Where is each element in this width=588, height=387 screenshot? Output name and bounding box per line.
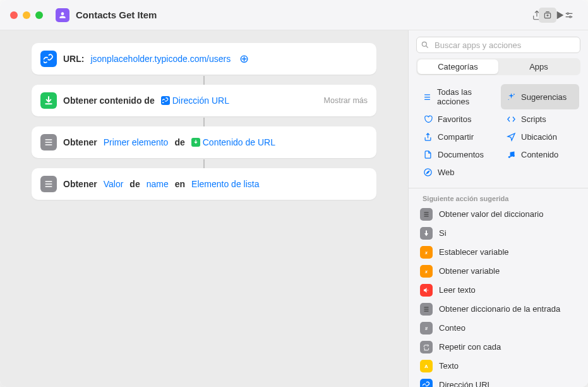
value-token[interactable]: Valor bbox=[104, 179, 124, 189]
suggestion-item[interactable]: Obtener diccionario de la entrada bbox=[415, 300, 582, 319]
suggestion-item[interactable]: #Conteo bbox=[415, 319, 582, 338]
suggestion-item[interactable]: xEstablecer variable bbox=[415, 243, 582, 262]
svg-point-3 bbox=[422, 42, 426, 46]
show-more-button[interactable]: Mostrar más bbox=[324, 96, 368, 105]
svg-point-6 bbox=[508, 156, 510, 157]
list-icon bbox=[423, 92, 432, 102]
link-icon bbox=[161, 96, 170, 105]
svg-point-5 bbox=[508, 99, 508, 99]
list-icon bbox=[420, 303, 433, 316]
shortcut-icon bbox=[56, 8, 69, 22]
music-icon bbox=[506, 149, 516, 159]
var-icon: x bbox=[420, 246, 433, 259]
download-icon bbox=[40, 92, 57, 109]
suggestion-item[interactable]: Leer texto bbox=[415, 281, 582, 300]
action-url[interactable]: URL: jsonplaceholder.typicode.com/users … bbox=[32, 43, 376, 75]
suggestion-item[interactable]: Obtener valor del diccionario bbox=[415, 205, 582, 224]
suggestion-label: Obtener variable bbox=[439, 266, 500, 276]
titlebar: Contacts Get Item bbox=[0, 0, 588, 30]
branch-icon bbox=[420, 227, 433, 240]
search-icon bbox=[421, 40, 429, 49]
suggestion-label: Obtener valor del diccionario bbox=[439, 209, 543, 219]
list-icon bbox=[40, 176, 57, 192]
category-item[interactable]: Compartir bbox=[417, 128, 496, 145]
add-url-button[interactable]: ⊕ bbox=[237, 52, 251, 66]
selector-token[interactable]: Primer elemento bbox=[104, 137, 169, 147]
settings-toggle-button[interactable] bbox=[560, 8, 578, 23]
of-label: de bbox=[174, 137, 184, 147]
workflow-editor: URL: jsonplaceholder.typicode.com/users … bbox=[0, 30, 408, 387]
list-icon bbox=[40, 134, 57, 150]
minimize-window-button[interactable] bbox=[23, 11, 30, 19]
svg-point-1 bbox=[567, 13, 569, 15]
location-icon bbox=[506, 132, 516, 142]
download-icon bbox=[191, 138, 200, 147]
window-title: Contacts Get Item bbox=[76, 9, 157, 20]
suggestion-label: Leer texto bbox=[439, 285, 476, 295]
sparkle-icon bbox=[506, 92, 516, 102]
svg-text:A: A bbox=[424, 364, 428, 369]
category-item[interactable]: Contenido bbox=[501, 146, 579, 163]
svg-point-7 bbox=[512, 154, 514, 156]
in-label: en bbox=[175, 179, 185, 189]
repeat-icon bbox=[420, 341, 433, 353]
key-token[interactable]: name bbox=[147, 179, 169, 189]
category-label: Contenido bbox=[521, 150, 558, 159]
tab-categories[interactable]: Categorías bbox=[417, 59, 498, 74]
svg-point-4 bbox=[513, 94, 514, 95]
tab-apps[interactable]: Apps bbox=[498, 59, 579, 74]
hash-icon: # bbox=[420, 322, 433, 335]
suggestion-label: Repetir con cada bbox=[439, 342, 501, 352]
category-item[interactable]: Documentos bbox=[417, 146, 496, 163]
suggestion-item[interactable]: Repetir con cada bbox=[415, 338, 582, 357]
suggestion-label: Dirección URL bbox=[439, 380, 492, 387]
svg-text:x: x bbox=[424, 269, 428, 273]
sidebar: Categorías Apps Todas las accionesSugere… bbox=[408, 30, 588, 387]
category-label: Todas las acciones bbox=[437, 87, 491, 106]
list-icon bbox=[420, 208, 433, 221]
link-icon bbox=[420, 379, 433, 387]
heart-icon bbox=[423, 114, 433, 124]
connector bbox=[203, 76, 205, 85]
zoom-window-button[interactable] bbox=[35, 11, 43, 19]
category-item[interactable]: Scripts bbox=[501, 111, 579, 127]
category-label: Favoritos bbox=[438, 114, 471, 124]
suggestion-item[interactable]: Dirección URL bbox=[415, 376, 582, 387]
action-get-dictionary-value[interactable]: Obtener Valor de name en Elemento de lis… bbox=[32, 168, 376, 200]
category-item[interactable]: Favoritos bbox=[417, 111, 496, 127]
category-item[interactable]: Ubicación bbox=[501, 128, 579, 145]
library-toggle-button[interactable] bbox=[539, 8, 556, 23]
sidebar-tabs: Categorías Apps bbox=[416, 58, 580, 75]
category-item[interactable]: Sugerencias bbox=[501, 84, 579, 109]
suggestion-label: Obtener diccionario de la entrada bbox=[439, 304, 560, 314]
var-icon: x bbox=[420, 265, 433, 278]
connector bbox=[203, 159, 205, 168]
contents-token[interactable]: Contenido de URL bbox=[191, 137, 275, 147]
suggestion-list: Obtener valor del diccionarioSixEstablec… bbox=[409, 205, 588, 387]
get-dict-verb: Obtener bbox=[63, 179, 97, 189]
list-item-token[interactable]: Elemento de lista bbox=[191, 179, 259, 189]
speaker-icon bbox=[420, 284, 433, 297]
link-icon bbox=[40, 51, 57, 67]
url-label: URL: bbox=[63, 54, 84, 64]
action-get-item[interactable]: Obtener Primer elemento de Contenido de … bbox=[32, 126, 376, 158]
url-value[interactable]: jsonplaceholder.typicode.com/users bbox=[90, 54, 231, 64]
suggestion-item[interactable]: ATexto bbox=[415, 357, 582, 376]
action-get-contents[interactable]: Obtener contenido de Dirección URL Mostr… bbox=[32, 85, 376, 116]
search-field[interactable] bbox=[416, 37, 580, 53]
suggestion-item[interactable]: xObtener variable bbox=[415, 262, 582, 281]
close-window-button[interactable] bbox=[10, 11, 18, 19]
category-item[interactable]: Web bbox=[417, 164, 496, 180]
category-item[interactable]: Todas las acciones bbox=[417, 84, 496, 109]
category-list: Todas las accionesSugerenciasFavoritosSc… bbox=[409, 82, 588, 188]
suggestion-item[interactable]: Si bbox=[415, 224, 582, 243]
share-icon bbox=[423, 132, 433, 142]
search-input[interactable] bbox=[416, 37, 580, 53]
of-label: de bbox=[129, 179, 140, 189]
url-token[interactable]: Dirección URL bbox=[161, 95, 229, 106]
suggestion-label: Si bbox=[439, 228, 447, 238]
category-label: Ubicación bbox=[521, 132, 557, 142]
category-label: Sugerencias bbox=[521, 92, 567, 102]
svg-text:#: # bbox=[425, 325, 428, 331]
script-icon bbox=[506, 114, 516, 124]
